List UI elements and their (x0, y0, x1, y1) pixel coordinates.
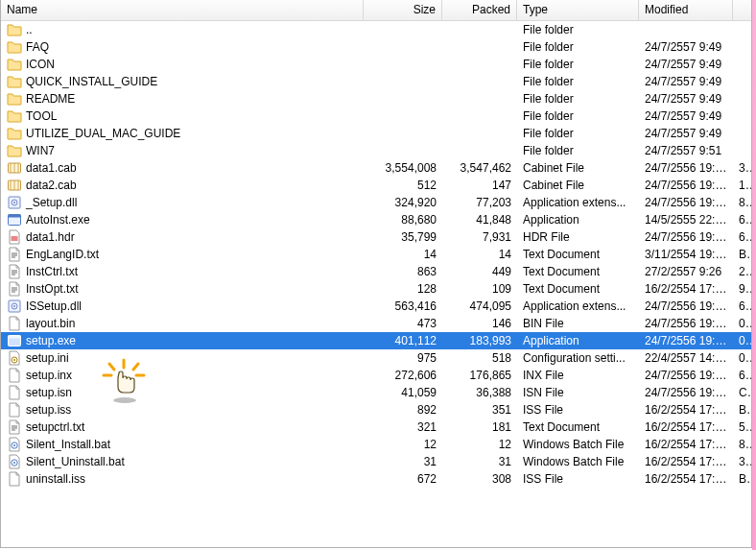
cell-size: 563,416 (364, 298, 442, 315)
table-row[interactable]: AutoInst.exe88,68041,848Application14/5/… (1, 211, 751, 228)
txt-icon (7, 419, 22, 435)
cell-name[interactable]: WIN7 (1, 142, 364, 159)
cell-type: Application extens... (517, 194, 639, 211)
column-header-name[interactable]: Name (1, 0, 364, 20)
cell-type: Application (517, 332, 639, 349)
cell-name[interactable]: InstOpt.txt (1, 280, 364, 298)
cell-name[interactable]: data2.cab (1, 177, 364, 194)
dll-icon (7, 195, 22, 210)
cell-name[interactable]: data1.hdr (1, 228, 364, 246)
cell-name[interactable]: UTILIZE_DUAL_MAC_GUIDE (1, 125, 364, 142)
table-row[interactable]: Silent_Uninstall.bat3131Windows Batch Fi… (1, 453, 751, 470)
cell-size: 892 (364, 401, 442, 418)
cell-name[interactable]: setup.exe (1, 332, 364, 349)
table-row[interactable]: _Setup.dll324,92077,203Application exten… (1, 194, 751, 211)
cell-modified: 24/7/2556 19:41 (639, 384, 733, 401)
cell-extra: 0B (733, 332, 751, 349)
cell-type: Text Document (517, 246, 639, 263)
table-row[interactable]: InstCtrl.txt863449Text Document27/2/2557… (1, 263, 751, 280)
table-row[interactable]: EngLangID.txt1414Text Document3/11/2554 … (1, 246, 751, 263)
cell-name[interactable]: ICON (1, 56, 364, 73)
column-header-row: Name Size Packed Type Modified (1, 0, 751, 21)
table-row[interactable]: setup.inx272,606176,865INX File24/7/2556… (1, 367, 751, 384)
table-row[interactable]: data2.cab512147Cabinet File24/7/2556 19:… (1, 177, 751, 194)
column-header-modified[interactable]: Modified (639, 0, 733, 20)
table-row[interactable]: setup.iss892351ISS File16/2/2554 17:11B4… (1, 401, 751, 418)
cell-name[interactable]: FAQ (1, 38, 364, 56)
table-row[interactable]: QUICK_INSTALL_GUIDEFile folder24/7/2557 … (1, 73, 751, 90)
cell-name[interactable]: README (1, 90, 364, 108)
cell-name[interactable]: .. (1, 21, 364, 38)
cell-name[interactable]: layout.bin (1, 315, 364, 332)
cell-type: File folder (517, 90, 639, 108)
cell-packed (442, 21, 517, 38)
cell-name[interactable]: setup.isn (1, 384, 364, 401)
cell-packed: 146 (442, 315, 517, 332)
cell-extra (733, 142, 751, 159)
column-header-type[interactable]: Type (517, 0, 639, 20)
cell-size: 41,059 (364, 384, 442, 401)
cell-name[interactable]: data1.cab (1, 159, 364, 177)
cell-modified: 24/7/2557 9:49 (639, 108, 733, 125)
cell-name[interactable]: ISSetup.dll (1, 298, 364, 315)
cell-name[interactable]: AutoInst.exe (1, 211, 364, 228)
cell-name[interactable]: Silent_Uninstall.bat (1, 453, 364, 470)
folder-icon (7, 91, 22, 107)
cell-name[interactable]: Silent_Install.bat (1, 436, 364, 453)
table-row[interactable]: setup.exe401,112183,993Application24/7/2… (1, 332, 751, 349)
table-row[interactable]: data1.cab3,554,0083,547,462Cabinet File2… (1, 159, 751, 177)
table-row[interactable]: ..File folder (1, 21, 751, 38)
cell-extra: B4E (733, 401, 751, 418)
table-row[interactable]: setupctrl.txt321181Text Document16/2/255… (1, 418, 751, 436)
file-name-label: InstCtrl.txt (26, 263, 78, 280)
cell-name[interactable]: setupctrl.txt (1, 418, 364, 436)
column-header-extra[interactable] (733, 0, 751, 20)
table-row[interactable]: FAQFile folder24/7/2557 9:49 (1, 38, 751, 56)
table-row[interactable]: Silent_Install.bat1212Windows Batch File… (1, 436, 751, 453)
table-row[interactable]: setup.isn41,05936,388ISN File24/7/2556 1… (1, 384, 751, 401)
table-row[interactable]: READMEFile folder24/7/2557 9:49 (1, 90, 751, 108)
cell-name[interactable]: TOOL (1, 108, 364, 125)
column-header-packed[interactable]: Packed (442, 0, 517, 20)
table-row[interactable]: setup.ini975518Configuration setti...22/… (1, 349, 751, 367)
cell-name[interactable]: uninstall.iss (1, 470, 364, 488)
cell-packed: 474,095 (442, 298, 517, 315)
table-row[interactable]: ISSetup.dll563,416474,095Application ext… (1, 298, 751, 315)
cell-packed (442, 73, 517, 90)
table-row[interactable]: uninstall.iss672308ISS File16/2/2554 17:… (1, 470, 751, 488)
cell-packed: 41,848 (442, 211, 517, 228)
file-list[interactable]: ..File folderFAQFile folder24/7/2557 9:4… (1, 21, 751, 488)
cell-type: Cabinet File (517, 177, 639, 194)
file-name-label: uninstall.iss (26, 470, 85, 488)
file-name-label: Silent_Uninstall.bat (26, 453, 125, 470)
cell-extra: 80. (733, 436, 751, 453)
file-name-label: _Setup.dll (26, 194, 77, 211)
cell-size: 128 (364, 280, 442, 298)
table-row[interactable]: InstOpt.txt128109Text Document16/2/2554 … (1, 280, 751, 298)
table-row[interactable]: ICONFile folder24/7/2557 9:49 (1, 56, 751, 73)
cell-name[interactable]: _Setup.dll (1, 194, 364, 211)
table-row[interactable]: TOOLFile folder24/7/2557 9:49 (1, 108, 751, 125)
table-row[interactable]: layout.bin473146BIN File24/7/2556 19:410… (1, 315, 751, 332)
cell-type: Windows Batch File (517, 453, 639, 470)
cell-modified: 24/7/2557 9:49 (639, 38, 733, 56)
cell-name[interactable]: QUICK_INSTALL_GUIDE (1, 73, 364, 90)
cell-name[interactable]: setup.ini (1, 349, 364, 367)
cell-name[interactable]: setup.iss (1, 401, 364, 418)
file-name-label: setup.isn (26, 384, 72, 401)
table-row[interactable]: WIN7File folder24/7/2557 9:51 (1, 142, 751, 159)
column-header-size[interactable]: Size (364, 0, 442, 20)
cell-extra: 6F (733, 298, 751, 315)
cell-name[interactable]: setup.inx (1, 367, 364, 384)
cell-type: Text Document (517, 418, 639, 436)
cell-size: 863 (364, 263, 442, 280)
table-row[interactable]: data1.hdr35,7997,931HDR File24/7/2556 19… (1, 228, 751, 246)
cell-name[interactable]: EngLangID.txt (1, 246, 364, 263)
cell-packed: 31 (442, 453, 517, 470)
cell-name[interactable]: InstCtrl.txt (1, 263, 364, 280)
cell-extra: BD (733, 246, 751, 263)
file-name-label: data1.hdr (26, 228, 75, 246)
table-row[interactable]: UTILIZE_DUAL_MAC_GUIDEFile folder24/7/25… (1, 125, 751, 142)
folder-icon (7, 126, 22, 141)
cell-type: Cabinet File (517, 159, 639, 177)
